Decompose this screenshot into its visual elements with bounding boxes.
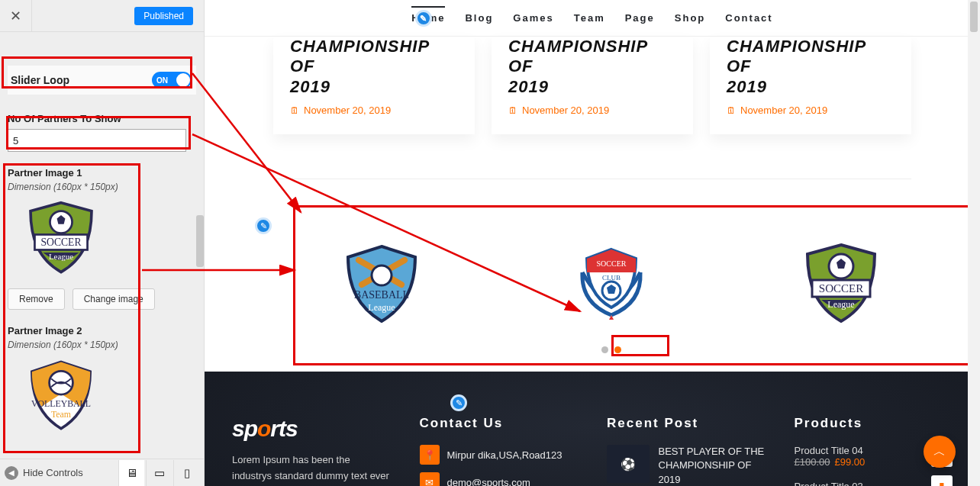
svg-text:Team: Team xyxy=(51,409,71,420)
card-title-3: CHAMPIONSHIP OF xyxy=(727,37,866,76)
partner-logo-soccer-league-icon: SOCCER League xyxy=(795,242,887,326)
partner-logo-soccer-club-icon: SOCCER CLUB xyxy=(566,242,657,326)
soccer-league-icon: SOCCER League xyxy=(19,200,103,276)
product-1-new-price: £99.00 xyxy=(835,456,866,468)
partner-1-hint: Dimension (160px * 150px) xyxy=(8,182,196,192)
close-customizer-button[interactable]: ✕ xyxy=(0,0,32,32)
device-tablet-button[interactable]: ▭ xyxy=(146,460,172,486)
edit-footer-button[interactable]: ✎ xyxy=(450,394,467,411)
footer-about-text: Lorem Ipsum has been the industrys stand… xyxy=(232,452,391,486)
nav-shop[interactable]: Shop xyxy=(675,12,706,24)
svg-text:League: League xyxy=(369,302,395,313)
card-title-1: CHAMPIONSHIP OF xyxy=(290,37,429,76)
calendar-icon: 🗓 xyxy=(727,105,736,116)
footer-contact-heading: Contact Us xyxy=(420,416,579,431)
product-2-thumb: ▮ xyxy=(931,475,953,486)
sidebar-topbar: ✕ Published xyxy=(0,0,204,32)
sidebar-body: Slider Loop ON No Of Partners To Show Pa… xyxy=(0,32,204,459)
brand-part-c: rts xyxy=(270,416,297,441)
footer-products-heading: Products xyxy=(795,416,953,431)
product-1-old-price: £100.00 xyxy=(795,456,830,468)
mail-icon: ✉ xyxy=(420,472,440,486)
annotation-box-dots xyxy=(611,335,669,356)
device-desktop-button[interactable]: 🖥 xyxy=(118,460,144,486)
ball-icon: ⚽ xyxy=(621,457,636,472)
recent-post-item[interactable]: ⚽ BEST PLAYER OF THE CHAMPIONSHIP OF 201… xyxy=(607,445,766,486)
hide-controls-label: Hide Controls xyxy=(23,467,83,478)
nav-team[interactable]: Team xyxy=(574,12,605,24)
card-title-2b: 2019 xyxy=(508,77,549,96)
card-title-3b: 2019 xyxy=(727,77,767,96)
svg-text:BASEBALL: BASEBALL xyxy=(354,289,409,301)
svg-text:League: League xyxy=(827,299,854,310)
partners-count-input[interactable] xyxy=(8,129,186,152)
brand-part-b: o xyxy=(257,416,270,441)
preview-scrollbar[interactable] xyxy=(968,0,980,486)
device-switcher: 🖥 ▭ ▯ xyxy=(118,460,199,486)
publish-button[interactable]: Published xyxy=(134,7,193,25)
footer-email[interactable]: ✉ demo@sports.com xyxy=(420,472,579,486)
footer-email-text: demo@sports.com xyxy=(447,477,530,486)
slider-dot-1[interactable] xyxy=(601,346,608,353)
sidebar-footer: ◀ Hide Controls 🖥 ▭ ▯ xyxy=(0,459,204,486)
nav-page[interactable]: Page xyxy=(625,12,655,24)
volleyball-team-icon: VOLLEYBALL Team xyxy=(19,358,103,434)
footer-about: sports Lorem Ipsum has been the industry… xyxy=(232,416,391,486)
partners-count-label: No Of Partners To Show xyxy=(8,113,196,124)
customizer-sidebar: ✕ Published Slider Loop ON No Of Partner… xyxy=(0,0,205,486)
news-card[interactable]: CHAMPIONSHIP OF2019 🗓November 20, 2019 xyxy=(273,37,475,134)
device-mobile-button[interactable]: ▯ xyxy=(173,460,199,486)
partner-1-preview[interactable]: SOCCER League xyxy=(8,192,114,284)
card-date-2: November 20, 2019 xyxy=(522,105,609,116)
partner-2-block: Partner Image 2 Dimension (160px * 150px… xyxy=(8,325,196,442)
news-card[interactable]: CHAMPIONSHIP OF2019 🗓November 20, 2019 xyxy=(492,37,693,134)
chevron-up-icon: ︿ xyxy=(933,444,946,460)
footer-address: 📍 Mirpur dika,USA,Road123 xyxy=(420,445,579,465)
slider-loop-label: Slider Loop xyxy=(11,74,69,86)
card-title-1b: 2019 xyxy=(290,77,330,96)
card-date-1: November 20, 2019 xyxy=(304,105,391,116)
svg-text:VOLLEYBALL: VOLLEYBALL xyxy=(31,398,91,409)
partner-1-remove-button[interactable]: Remove xyxy=(8,288,65,310)
footer-contact: Contact Us 📍 Mirpur dika,USA,Road123 ✉ d… xyxy=(420,416,579,486)
sidebar-scrollbar[interactable] xyxy=(196,215,204,267)
partner-1-label: Partner Image 1 xyxy=(8,167,196,179)
preview-scrollbar-thumb[interactable] xyxy=(970,2,978,32)
partner-logo-baseball-icon: BASEBALL League xyxy=(336,242,427,326)
footer-address-text: Mirpur dika,USA,Road123 xyxy=(447,449,563,461)
slider-loop-toggle[interactable]: ON xyxy=(152,72,192,89)
close-icon: ✕ xyxy=(10,8,21,24)
pin-icon: 📍 xyxy=(420,445,440,465)
svg-text:League: League xyxy=(49,252,73,261)
nav-blog[interactable]: Blog xyxy=(465,12,493,24)
partner-1-block: Partner Image 1 Dimension (160px * 150px… xyxy=(8,167,196,310)
site-footer: sports Lorem Ipsum has been the industry… xyxy=(205,372,980,486)
recent-post-title: BEST PLAYER OF THE CHAMPIONSHIP OF 2019 xyxy=(659,445,766,486)
edit-nav-button[interactable]: ✎ xyxy=(415,10,432,27)
product-item-2[interactable]: Product Title 03 ▮ xyxy=(795,475,953,486)
slider-loop-row: Slider Loop ON xyxy=(8,66,196,95)
card-title-2: CHAMPIONSHIP OF xyxy=(508,37,647,76)
toggle-knob xyxy=(176,73,190,87)
nav-games[interactable]: Games xyxy=(513,12,553,24)
partner-2-hint: Dimension (160px * 150px) xyxy=(8,340,196,350)
scroll-to-top-button[interactable]: ︿ xyxy=(924,436,956,468)
product-1-title: Product Title 04 xyxy=(795,445,866,456)
news-card[interactable]: CHAMPIONSHIP OF2019 🗓November 20, 2019 xyxy=(710,37,911,134)
collapse-icon: ◀ xyxy=(5,466,18,480)
top-nav: Home Blog Games Team Page Shop Contact ✎ xyxy=(205,0,980,37)
calendar-icon: 🗓 xyxy=(290,105,299,116)
pencil-icon: ✎ xyxy=(456,398,463,408)
nav-contact[interactable]: Contact xyxy=(725,12,772,24)
partners-slider[interactable]: BASEBALL League SOCCER CLUB xyxy=(255,222,968,364)
partner-2-preview[interactable]: VOLLEYBALL Team xyxy=(8,350,114,442)
partner-1-change-button[interactable]: Change image xyxy=(73,288,155,310)
brand-part-a: sp xyxy=(232,416,257,441)
news-cards-row: CHAMPIONSHIP OF2019 🗓November 20, 2019 C… xyxy=(205,37,980,157)
svg-text:SOCCER: SOCCER xyxy=(597,259,627,268)
svg-point-13 xyxy=(372,266,392,285)
svg-text:SOCCER: SOCCER xyxy=(818,282,862,294)
footer-recent: Recent Post ⚽ BEST PLAYER OF THE CHAMPIO… xyxy=(607,416,766,486)
hide-controls-button[interactable]: ◀ Hide Controls xyxy=(0,466,83,480)
svg-text:SOCCER: SOCCER xyxy=(40,237,82,248)
